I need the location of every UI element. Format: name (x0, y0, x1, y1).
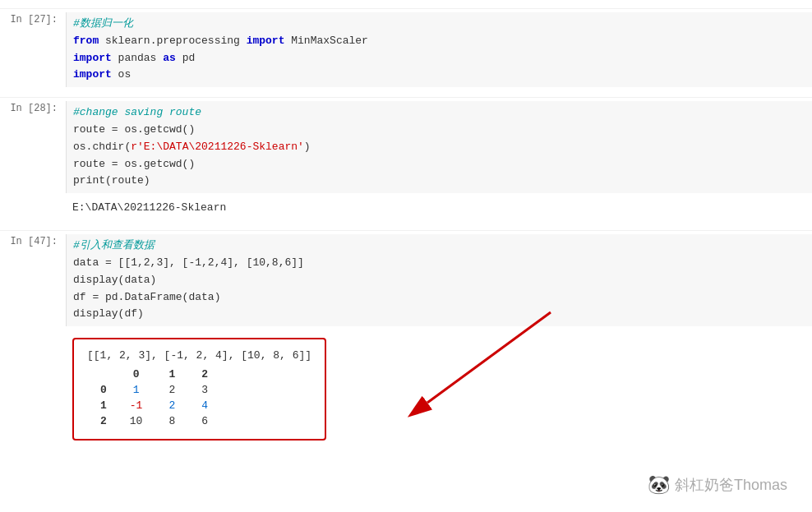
code-text: ) (304, 141, 311, 153)
comment: #引入和查看数据 (73, 239, 155, 251)
code-text: pandas (112, 52, 163, 64)
code-line: df = pd.DataFrame(data) (73, 289, 805, 307)
code-line: data = [[1,2,3], [-1,2,4], [10,8,6]] (73, 255, 805, 272)
code-text: display(data) (73, 274, 156, 286)
row-index: 1 (87, 398, 117, 413)
cell-28-code: #change saving route route = os.getcwd()… (66, 101, 812, 193)
notebook: In [27]: #数据归一化 from sklearn.preprocessi… (0, 0, 812, 459)
cell-27-label: In [27]: (0, 12, 66, 25)
code-text: MinMaxScaler (284, 35, 367, 47)
code-line: route = os.getcwd() (73, 122, 805, 139)
cell-47: In [47]: #引入和查看数据 data = [[1,2,3], [-1,2… (0, 230, 812, 330)
cell-val: -1 (117, 398, 156, 413)
cell-val: 8 (155, 413, 188, 429)
code-text: os.chdir( (73, 141, 131, 153)
output-28-text: E:\DATA\20211226-Sklearn (66, 198, 812, 217)
cell-val: 2 (155, 398, 188, 413)
output-28: E:\DATA\20211226-Sklearn (0, 196, 812, 224)
code-line: import pandas as pd (73, 50, 805, 67)
code-line: display(df) (73, 306, 805, 323)
code-text: route = os.getcwd() (73, 123, 195, 136)
code-line: #change saving route (73, 104, 805, 122)
cell-val: 4 (188, 398, 221, 413)
code-line: display(data) (73, 272, 805, 289)
code-text: df = pd.DataFrame(data) (73, 291, 220, 303)
code-text: print(route) (73, 174, 150, 187)
keyword: import (73, 52, 112, 64)
row-index: 0 (87, 382, 117, 398)
keyword: import (73, 68, 112, 81)
watermark-text: 斜杠奶爸Thomas (675, 475, 787, 495)
col-header-2: 2 (188, 367, 221, 382)
keyword: from (73, 35, 99, 47)
code-text: os (112, 68, 131, 81)
col-header-idx (87, 367, 117, 382)
output-47-content: [[1, 2, 3], [-1, 2, 4], [10, 8, 6]] 0 1 … (66, 331, 812, 444)
dataframe-table: 0 1 2 0 1 2 3 1 (87, 367, 221, 429)
watermark-icon: 🐼 (648, 474, 670, 496)
cell-val: 1 (117, 382, 156, 398)
table-row: 2 10 8 6 (87, 413, 221, 429)
string: r'E:\DATA\20211226-Sklearn' (131, 141, 304, 153)
code-line: os.chdir(r'E:\DATA\20211226-Sklearn') (73, 139, 805, 156)
cell-val: 6 (188, 413, 221, 429)
keyword: import (247, 35, 285, 47)
comment: #数据归一化 (73, 17, 133, 30)
code-line: import os (73, 67, 805, 84)
code-line: #引入和查看数据 (73, 238, 805, 255)
row-index: 2 (87, 413, 117, 429)
comment: #change saving route (73, 106, 201, 118)
table-row: 1 -1 2 4 (87, 398, 221, 413)
output-list: [[1, 2, 3], [-1, 2, 4], [10, 8, 6]] (87, 349, 311, 362)
code-line: route = os.getcwd() (73, 156, 805, 173)
table-row: 0 1 2 3 (87, 382, 221, 398)
cell-val: 2 (155, 382, 188, 398)
code-line: #数据归一化 (73, 16, 805, 33)
output-box: [[1, 2, 3], [-1, 2, 4], [10, 8, 6]] 0 1 … (72, 338, 326, 441)
code-text: route = os.getcwd() (73, 158, 195, 170)
watermark: 🐼 斜杠奶爸Thomas (648, 474, 787, 496)
cell-val: 3 (188, 382, 221, 398)
cell-47-label: In [47]: (0, 234, 66, 247)
code-line: print(route) (73, 173, 805, 190)
cell-28: In [28]: #change saving route route = os… (0, 97, 812, 196)
cell-27-code: #数据归一化 from sklearn.preprocessing import… (66, 12, 812, 87)
cell-28-label: In [28]: (0, 101, 66, 114)
code-text: sklearn.preprocessing (99, 35, 246, 47)
code-text: pd (176, 52, 195, 64)
cell-val: 10 (117, 413, 156, 429)
code-line: from sklearn.preprocessing import MinMax… (73, 33, 805, 50)
output-47: [[1, 2, 3], [-1, 2, 4], [10, 8, 6]] 0 1 … (0, 330, 812, 450)
cell-47-code: #引入和查看数据 data = [[1,2,3], [-1,2,4], [10,… (66, 234, 812, 326)
keyword: as (163, 52, 176, 64)
code-text: data = [[1,2,3], [-1,2,4], [10,8,6]] (73, 256, 304, 269)
col-header-0: 0 (117, 367, 156, 382)
code-text: display(df) (73, 307, 144, 320)
cell-27: In [27]: #数据归一化 from sklearn.preprocessi… (0, 8, 812, 90)
col-header-1: 1 (155, 367, 188, 382)
